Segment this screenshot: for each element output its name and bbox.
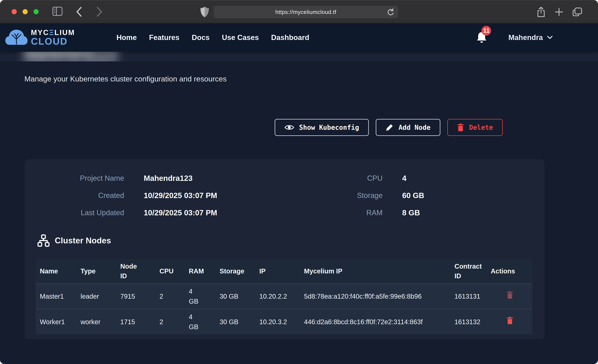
privacy-shield-icon[interactable] [200,6,209,17]
project-name-label: Project Name [38,174,124,182]
cell-ip: 10.20.3.2 [255,309,300,334]
col-type: Type [76,259,116,283]
mycelium-cloud-logo[interactable]: MYCΞLIUM CLOUD [5,28,75,47]
forward-icon[interactable] [96,6,103,17]
col-storage: Storage [216,259,255,283]
col-ram: RAM [185,259,216,283]
back-icon[interactable] [75,6,83,17]
last-updated-label: Last Updated [38,208,124,217]
table-row: Master1 leader 7915 2 4 GB 30 GB 10.20.2… [36,283,532,309]
sidebar-toggle-icon[interactable] [52,7,63,16]
storage-label: Storage [298,191,382,199]
close-button[interactable] [12,9,17,14]
page-content: Mahendra123 Manage your Kubernetes clust… [0,52,598,364]
cell-storage: 30 GB [216,283,255,309]
page-subtitle: Manage your Kubernetes cluster configura… [25,75,226,83]
project-name-value: Mahendra123 [144,174,192,183]
eye-icon [284,124,294,131]
bell-icon [476,42,487,45]
page-title: Mahendra123 [24,52,117,62]
cell-mycelium-ip: 5d8:78ea:a120:f40c:ff0f:a5fe:99e6:8b96 [300,283,450,309]
col-mycelium-ip: Mycelium IP [300,259,450,283]
cell-ram: 4 GB [185,309,216,334]
cell-name: Worker1 [36,309,76,334]
address-bar[interactable]: https://myceliumcloud.tf [214,6,398,18]
cell-actions [487,283,532,309]
cell-storage: 30 GB [216,309,255,334]
pencil-icon [386,124,393,131]
nav-item-home[interactable]: Home [116,33,137,42]
cell-contract-id: 1613132 [450,309,486,334]
cell-cpu: 2 [155,309,185,334]
cluster-info-right: CPU 4 Storage 60 GB RAM 8 GB [298,170,424,221]
user-menu[interactable]: Mahendra [508,33,553,42]
last-updated-value: 10/29/2025 03:07 PM [144,208,217,217]
browser-titlebar: https://myceliumcloud.tf [0,0,598,24]
cluster-details-card: Project Name Mahendra123 Created 10/29/2… [25,159,544,339]
reload-icon[interactable] [387,8,394,17]
cell-type: leader [76,283,116,309]
cell-node-id: 7915 [116,283,155,309]
col-cpu: CPU [155,259,185,283]
cluster-nodes-table: Name Type Node ID CPU RAM Storage IP Myc… [36,259,532,334]
tab-overview-icon[interactable] [572,7,582,17]
ram-value: 8 GB [402,208,420,217]
cluster-actions-toolbar: Show Kubeconfig Add Node Delete [275,119,503,136]
cell-cpu: 2 [155,283,185,309]
nav-item-docs[interactable]: Docs [192,33,210,42]
url-text: https://myceliumcloud.tf [275,9,336,15]
chevron-down-icon [547,35,553,40]
col-ip: IP [255,259,300,283]
col-actions: Actions [487,259,532,283]
col-name: Name [36,259,76,283]
created-label: Created [38,191,124,199]
notification-count-badge: 11 [482,26,491,35]
table-row: Worker1 worker 1715 2 4 GB 30 GB 10.20.3… [36,309,532,334]
nav-item-features[interactable]: Features [149,33,179,42]
trash-icon [457,123,464,132]
notifications-button[interactable]: 11 [476,31,487,44]
cell-name: Master1 [36,283,76,309]
cluster-info-left: Project Name Mahendra123 Created 10/29/2… [38,170,217,221]
zoom-button[interactable] [33,9,39,14]
table-header-row: Name Type Node ID CPU RAM Storage IP Myc… [36,259,532,283]
cell-node-id: 1715 [116,309,155,334]
cell-type: worker [76,309,116,334]
delete-node-button[interactable] [507,291,513,299]
cell-ip: 10.20.2.2 [255,283,300,309]
delete-cluster-button[interactable]: Delete [447,119,503,136]
cluster-nodes-icon [37,234,50,247]
cpu-label: CPU [298,174,382,182]
storage-value: 60 GB [402,191,424,200]
minimize-button[interactable] [23,9,28,14]
share-icon[interactable] [536,6,546,17]
nav-item-dashboard[interactable]: Dashboard [271,33,309,42]
logo-wordmark-line2: CLOUD [31,36,75,46]
logo-wordmark-line1: MYCΞLIUM [31,29,75,36]
ram-label: RAM [298,208,382,217]
cell-contract-id: 1613131 [450,283,486,309]
cell-mycelium-ip: 446:d2a6:8bcd:8c16:ff0f:72e2:3114:863f [300,309,450,334]
add-node-button[interactable]: Add Node [376,119,440,136]
new-tab-icon[interactable] [554,7,564,17]
cpu-value: 4 [402,174,407,183]
site-header: MYCΞLIUM CLOUD Home Features Docs Use Ca… [0,23,598,52]
cluster-nodes-section-header: Cluster Nodes [37,234,111,247]
delete-node-button[interactable] [507,316,513,324]
cluster-nodes-title: Cluster Nodes [55,236,111,245]
show-kubeconfig-button[interactable]: Show Kubeconfig [275,119,369,136]
nav-item-use-cases[interactable]: Use Cases [222,33,259,42]
col-contract-id: Contract ID [450,259,486,283]
col-node-id: Node ID [116,259,155,283]
cloud-logo-icon [5,28,28,47]
browser-window: https://myceliumcloud.tf MY [0,0,598,364]
cell-actions [487,309,532,334]
cell-ram: 4 GB [185,283,216,309]
main-nav: Home Features Docs Use Cases Dashboard [116,33,309,42]
window-controls [12,9,39,14]
created-value: 10/29/2025 03:07 PM [144,191,217,200]
user-name: Mahendra [508,33,543,42]
